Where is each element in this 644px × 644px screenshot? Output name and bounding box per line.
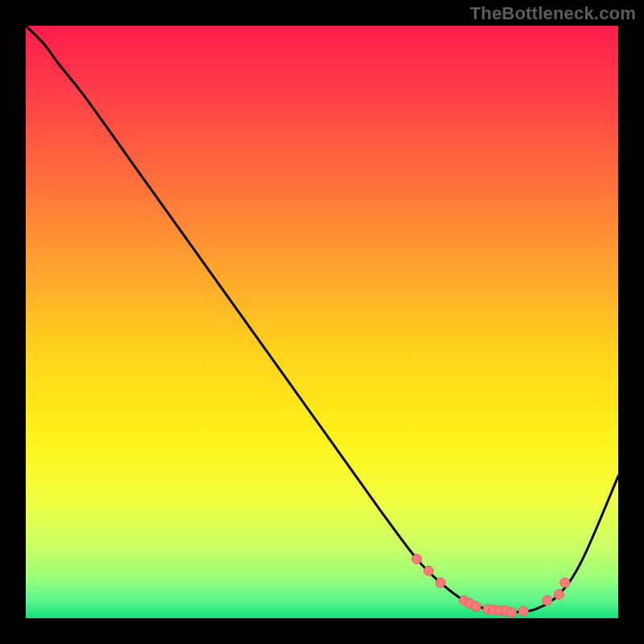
marker-dot	[471, 601, 481, 611]
marker-dot	[543, 596, 552, 605]
marker-dot	[423, 566, 433, 576]
chart-frame: TheBottleneck.com	[0, 0, 644, 644]
bottleneck-curve	[26, 26, 618, 613]
marker-dot	[560, 578, 570, 588]
marker-dot	[436, 578, 445, 588]
watermark-text: TheBottleneck.com	[470, 3, 636, 24]
curve-layer	[26, 26, 618, 618]
marker-dot	[507, 608, 517, 617]
marker-dot	[554, 590, 564, 600]
plot-area	[26, 26, 618, 618]
marker-dot	[518, 606, 528, 616]
marker-dot	[412, 554, 422, 564]
fit-zone-dots	[412, 554, 570, 617]
